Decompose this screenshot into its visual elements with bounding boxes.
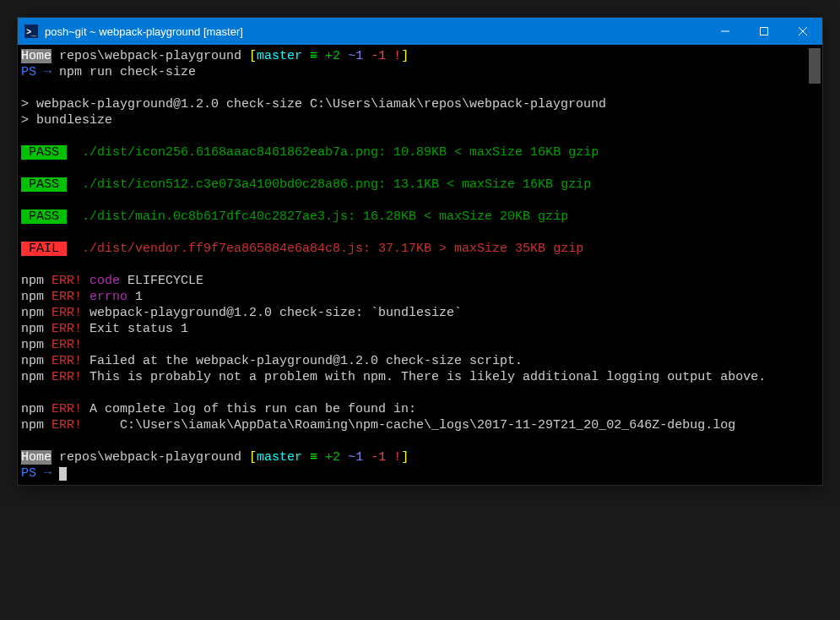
npm-run-script: > bundlesize (21, 113, 112, 128)
pass-badge: PASS (21, 145, 67, 160)
result-line: ./dist/icon512.c3e073a4100bd0c28a86.png:… (67, 177, 591, 192)
err-label: ERR! (44, 370, 82, 384)
git-modified: ~1 (340, 450, 363, 465)
terminal-window: >_ posh~git ~ webpack-playground [master… (17, 17, 823, 486)
home-badge: Home (21, 450, 51, 465)
git-branch: master (257, 450, 302, 465)
git-conflict: ! (386, 49, 401, 63)
titlebar[interactable]: >_ posh~git ~ webpack-playground [master… (18, 18, 822, 45)
err-label: ERR! (44, 306, 82, 320)
window-controls (706, 18, 822, 45)
result-line: ./dist/icon256.6168aaac8461862eab7a.png:… (67, 145, 599, 160)
pass-badge: PASS (21, 177, 67, 192)
terminal-output: Home repos\webpack-playground [master ≡ … (21, 48, 819, 481)
minimize-button[interactable] (706, 18, 745, 45)
scrollbar[interactable] (809, 48, 821, 481)
err-errno: 1 (127, 290, 143, 304)
svg-rect-1 (761, 28, 768, 35)
arrow-icon: → (36, 466, 59, 481)
err-label: ERR! (44, 290, 82, 304)
git-branch: master (257, 49, 302, 63)
fail-badge: FAIL (21, 242, 67, 256)
home-badge: Home (21, 49, 51, 63)
cwd-path: repos\webpack-playground (51, 450, 249, 465)
maximize-button[interactable] (745, 18, 783, 45)
powershell-icon: >_ (24, 24, 38, 38)
git-added: +2 (325, 49, 340, 63)
err-code: ELIFECYCLE (120, 274, 203, 288)
err-text: This is probably not a problem with npm.… (82, 370, 766, 384)
err-text: A complete log of this run can be found … (82, 402, 416, 416)
git-conflict: ! (386, 450, 401, 465)
git-deleted: -1 (363, 49, 386, 63)
scrollbar-track[interactable] (809, 48, 821, 481)
err-label: ERR! (44, 274, 82, 288)
npm-run-header: > webpack-playground@1.2.0 check-size C:… (21, 97, 606, 111)
git-added: +2 (325, 450, 340, 465)
git-modified: ~1 (340, 49, 363, 63)
err-logpath: C:\Users\iamak\AppData\Roaming\npm-cache… (82, 418, 735, 432)
err-text: Failed at the webpack-playground@1.2.0 c… (82, 354, 523, 368)
cursor (59, 467, 67, 481)
command: npm run check-size (59, 65, 196, 79)
err-text: webpack-playground@1.2.0 check-size: `bu… (82, 306, 462, 320)
err-label: ERR! (44, 418, 82, 432)
err-label: ERR! (44, 402, 82, 416)
err-label: ERR! (44, 322, 82, 336)
err-label: ERR! (44, 338, 82, 352)
terminal-body[interactable]: Home repos\webpack-playground [master ≡ … (18, 45, 822, 485)
git-deleted: -1 (363, 450, 386, 465)
close-button[interactable] (783, 18, 822, 45)
result-line: ./dist/vendor.ff9f7ea865884e6a84c8.js: 3… (67, 242, 583, 256)
err-label: ERR! (44, 354, 82, 368)
err-text: Exit status 1 (82, 322, 188, 336)
pass-badge: PASS (21, 209, 67, 224)
arrow-icon: → (36, 65, 59, 79)
titlebar-left: >_ posh~git ~ webpack-playground [master… (18, 24, 243, 38)
ps-prompt: PS (21, 65, 36, 79)
scrollbar-thumb[interactable] (809, 48, 821, 84)
window-title: posh~git ~ webpack-playground [master] (45, 25, 243, 38)
cwd-path: repos\webpack-playground (51, 49, 249, 63)
result-line: ./dist/main.0c8b617dfc40c2827ae3.js: 16.… (67, 209, 568, 224)
ps-prompt: PS (21, 466, 36, 481)
